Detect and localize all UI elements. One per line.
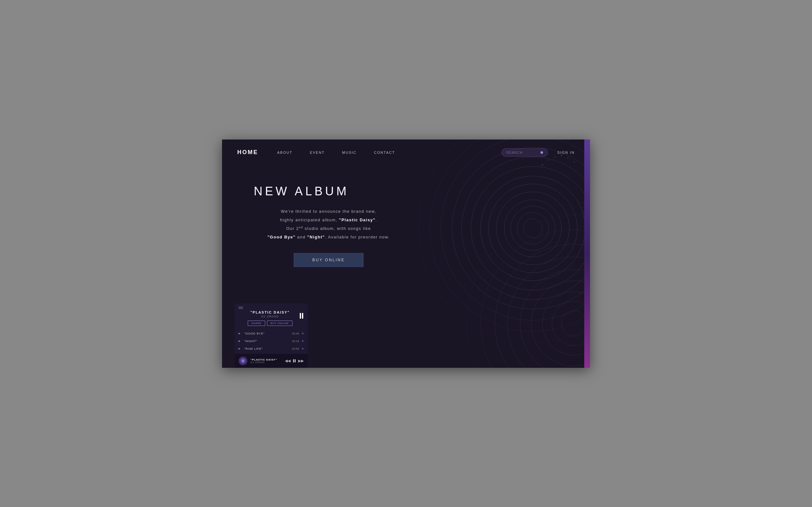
svg-point-0: [523, 219, 542, 238]
svg-point-3: [504, 200, 561, 257]
pause-button[interactable]: [293, 359, 295, 362]
player-title: "PLASTIC DAISY": [246, 311, 295, 314]
search-input[interactable]: [506, 151, 538, 155]
svg-point-6: [481, 176, 585, 281]
prev-button[interactable]: ◀◀: [285, 358, 290, 363]
player-share-button[interactable]: SHARE: [248, 321, 265, 326]
track-play-icon[interactable]: ▶: [238, 340, 242, 342]
track-play-icon[interactable]: ▶: [238, 332, 242, 335]
player-menu-icon[interactable]: [238, 306, 243, 309]
track-play-icon[interactable]: ▶: [238, 347, 242, 350]
hero-section: NEW ALBUM We're thrilled to announce the…: [222, 166, 419, 267]
svg-point-20: [481, 230, 590, 368]
sign-in-button[interactable]: SIGN IN: [557, 151, 575, 155]
svg-point-7: [471, 166, 590, 290]
svg-point-8: [462, 157, 590, 300]
mini-title: "PLASTIC DAISY": [251, 358, 282, 361]
svg-point-4: [496, 192, 570, 265]
track-duration: 02:50: [292, 347, 299, 350]
main-window: HOME ABOUT EVENT MUSIC CONTACT SIGN IN N…: [222, 139, 590, 368]
svg-point-2: [511, 206, 555, 250]
search-icon: [540, 151, 543, 154]
svg-point-19: [495, 244, 590, 368]
right-accent-bar: [584, 139, 590, 368]
track-name: "GOOD BYE": [244, 332, 289, 335]
svg-point-9: [452, 148, 590, 309]
player-action-buttons: SHARE BUY ONLINE: [246, 321, 295, 326]
mini-player-controls: ◀◀ ▶▶: [285, 358, 304, 363]
svg-point-21: [466, 216, 590, 368]
mini-album-art: [238, 356, 248, 365]
track-add-icon[interactable]: +: [302, 347, 304, 351]
nav-music[interactable]: MUSIC: [342, 151, 357, 155]
pause-bar-2: [302, 313, 303, 319]
player-widget: "PLASTIC DAISY" DJ JIRASO SHARE BUY ONLI…: [235, 303, 308, 368]
svg-point-11: [430, 139, 590, 331]
pause-bar-1: [300, 313, 301, 319]
track-duration: 03:15: [292, 340, 299, 343]
nav-links: ABOUT EVENT MUSIC CONTACT: [277, 151, 482, 155]
nav-logo[interactable]: HOME: [237, 149, 258, 156]
track-item[interactable]: ▶ "RAW LIFE" 02:50 +: [235, 345, 308, 352]
svg-point-15: [542, 292, 590, 355]
player-buy-button[interactable]: BUY ONLINE: [267, 321, 292, 326]
nav-right: SIGN IN: [501, 149, 575, 157]
track-item[interactable]: ▶ "NIGHT" 03:15 +: [235, 337, 308, 345]
track-add-icon[interactable]: +: [302, 339, 304, 343]
svg-point-5: [488, 184, 577, 273]
search-bar[interactable]: [501, 149, 548, 157]
track-add-icon[interactable]: +: [302, 331, 304, 336]
nav-about[interactable]: ABOUT: [277, 151, 292, 155]
svg-point-16: [531, 281, 590, 366]
track-duration: 03:40: [292, 332, 299, 335]
svg-point-17: [520, 270, 590, 368]
player-top: "PLASTIC DAISY" DJ JIRASO SHARE BUY ONLI…: [235, 303, 308, 329]
navbar: HOME ABOUT EVENT MUSIC CONTACT SIGN IN: [222, 139, 590, 166]
svg-point-18: [507, 257, 590, 368]
svg-point-1: [517, 213, 549, 244]
buy-online-button[interactable]: BUY ONLINE: [294, 253, 364, 267]
mini-player-info: "PLASTIC DAISY" DJ JIRASO: [251, 358, 282, 363]
nav-event[interactable]: EVENT: [310, 151, 325, 155]
mini-artist: DJ JIRASO: [251, 361, 282, 363]
svg-point-13: [561, 311, 587, 336]
nav-contact[interactable]: CONTACT: [374, 151, 395, 155]
next-button[interactable]: ▶▶: [298, 358, 304, 363]
track-list: ▶ "GOOD BYE" 03:40 + ▶ "NIGHT" 03:15 + ▶…: [235, 329, 308, 354]
svg-point-10: [441, 139, 590, 320]
mini-player-bar: "PLASTIC DAISY" DJ JIRASO ◀◀ ▶▶: [235, 354, 308, 368]
hero-title: NEW ALBUM: [254, 184, 403, 198]
hero-description: We're thrilled to announce the brand new…: [254, 207, 403, 242]
svg-point-12: [419, 139, 590, 342]
track-name: "NIGHT": [244, 340, 289, 343]
track-item[interactable]: ▶ "GOOD BYE" 03:40 +: [235, 330, 308, 337]
player-artist: DJ JIRASO: [246, 315, 295, 318]
track-name: "RAW LIFE": [244, 347, 289, 350]
